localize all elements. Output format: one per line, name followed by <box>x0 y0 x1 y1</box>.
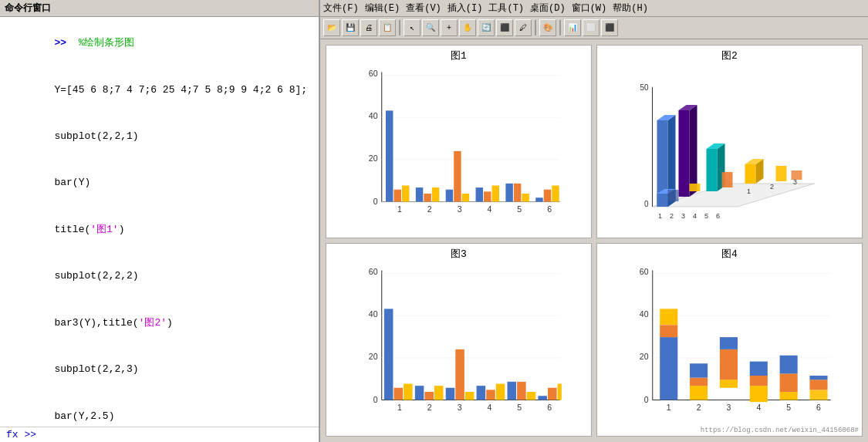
svg-rect-87 <box>496 384 505 400</box>
tb-zoom-in[interactable]: 🔍 <box>422 19 439 36</box>
tb-dock[interactable]: ⬛ <box>601 19 618 36</box>
menu-desktop[interactable]: 桌面(D) <box>530 2 566 15</box>
menu-window[interactable]: 窗口(W) <box>572 2 607 15</box>
tb-rotate[interactable]: 🔄 <box>478 19 495 36</box>
tb-print[interactable]: 🖨 <box>360 19 377 36</box>
svg-rect-109 <box>660 309 677 325</box>
menu-edit[interactable]: 编辑(E) <box>365 2 400 15</box>
plots-container: 图1 0 20 40 60 <box>320 39 868 442</box>
svg-text:3: 3 <box>458 204 462 214</box>
svg-text:60: 60 <box>369 69 378 78</box>
svg-text:0: 0 <box>373 395 378 404</box>
tb-pan[interactable]: ✋ <box>459 19 476 36</box>
svg-text:3: 3 <box>458 403 462 412</box>
svg-marker-55 <box>690 105 697 197</box>
svg-rect-23 <box>514 184 521 202</box>
svg-text:0: 0 <box>373 197 378 206</box>
tb-select[interactable]: ↖ <box>404 19 420 36</box>
svg-rect-116 <box>720 349 738 380</box>
svg-rect-13 <box>416 187 423 201</box>
svg-rect-91 <box>538 396 547 400</box>
svg-rect-125 <box>809 380 827 390</box>
tb-zoom-out[interactable]: + <box>441 19 458 36</box>
menu-view[interactable]: 查看(V) <box>406 2 441 15</box>
string-1: '图1' <box>90 224 118 235</box>
svg-text:40: 40 <box>369 111 378 120</box>
svg-rect-113 <box>690 378 708 386</box>
code-line-5: title('图1') <box>6 207 312 253</box>
svg-rect-110 <box>660 325 677 337</box>
svg-text:40: 40 <box>640 309 649 319</box>
svg-text:0: 0 <box>644 395 649 404</box>
svg-text:4: 4 <box>487 403 491 412</box>
svg-rect-85 <box>477 386 486 400</box>
tb-colormap[interactable]: 🎨 <box>539 19 556 36</box>
svg-text:50: 50 <box>640 83 649 92</box>
svg-text:1: 1 <box>747 187 751 195</box>
svg-text:2: 2 <box>770 183 774 191</box>
svg-rect-121 <box>780 392 798 400</box>
svg-rect-81 <box>434 386 444 400</box>
toolbar-sep-1 <box>399 20 400 35</box>
code-text-3: bar(Y) <box>54 177 90 188</box>
figure-menu-bar: 文件(F) 编辑(E) 查看(V) 插入(I) 工具(T) 桌面(D) 窗口(W… <box>320 0 868 17</box>
svg-rect-17 <box>454 151 461 202</box>
menu-insert[interactable]: 插入(I) <box>448 2 483 15</box>
menu-tools[interactable]: 工具(T) <box>488 2 524 15</box>
tb-open[interactable]: 📂 <box>323 19 340 36</box>
tb-brush[interactable]: 🖊 <box>515 19 532 36</box>
svg-text:6: 6 <box>716 212 720 220</box>
svg-text:4: 4 <box>693 212 697 220</box>
svg-text:5: 5 <box>786 403 791 412</box>
code-area: >> %绘制条形图 Y=[45 6 8;7 4 7;6 25 4;7 5 8;9… <box>0 17 319 427</box>
prompt-1: >> <box>54 37 78 49</box>
svg-rect-111 <box>660 337 677 400</box>
svg-rect-119 <box>750 376 768 386</box>
code-text-8: bar(Y,2.5) <box>54 410 114 422</box>
svg-text:2: 2 <box>427 403 432 412</box>
svg-rect-25 <box>535 197 542 201</box>
svg-text:40: 40 <box>369 309 378 319</box>
svg-text:1: 1 <box>397 403 402 412</box>
tb-tile[interactable]: ⬜ <box>583 19 599 36</box>
code-line-6: subplot(2,2,2) <box>6 253 312 299</box>
code-text-1: Y=[45 6 8;7 4 7;6 25 4;7 5 8;9 9 4;2 6 8… <box>54 84 307 96</box>
plot2-title: 图2 <box>721 49 738 62</box>
tb-copy[interactable]: 📋 <box>379 19 396 36</box>
menu-help[interactable]: 帮助(H) <box>613 2 648 15</box>
svg-rect-78 <box>404 384 413 400</box>
tb-save[interactable]: 💾 <box>342 19 359 36</box>
plot4-title: 图4 <box>721 247 738 261</box>
plot-cell-3: 图3 0 20 40 60 <box>326 243 592 437</box>
tb-datacursor[interactable]: ⬛ <box>496 19 513 36</box>
svg-rect-76 <box>384 309 393 400</box>
svg-rect-10 <box>386 110 393 201</box>
svg-text:0: 0 <box>644 200 649 208</box>
tb-new-fig[interactable]: 📊 <box>564 19 581 36</box>
svg-rect-19 <box>476 187 483 201</box>
svg-rect-12 <box>402 186 409 202</box>
toolbar-sep-2 <box>535 20 536 35</box>
menu-file[interactable]: 文件(F) <box>323 2 359 15</box>
svg-text:2: 2 <box>697 403 701 412</box>
code-line-2: Y=[45 6 8;7 4 7;6 25 4;7 5 8;9 9 4;2 6 8… <box>6 66 312 113</box>
svg-marker-63 <box>690 184 701 191</box>
svg-rect-20 <box>484 191 491 201</box>
code-line-4: bar(Y) <box>6 160 312 206</box>
figure-toolbar: 📂 💾 🖨 📋 ↖ 🔍 + ✋ 🔄 ⬛ 🖊 🎨 📊 ⬜ ⬛ <box>320 17 868 39</box>
svg-rect-112 <box>690 386 708 400</box>
svg-rect-117 <box>720 337 738 349</box>
plot2-svg: 50 0 1 2 3 4 5 6 1 2 3 <box>600 64 859 226</box>
code-line-1: >> %绘制条形图 <box>6 20 312 66</box>
code-text-2: subplot(2,2,1) <box>54 130 138 142</box>
svg-text:2: 2 <box>427 204 432 214</box>
svg-rect-18 <box>462 194 469 202</box>
plot-cell-4: 图4 0 20 40 60 <box>596 243 863 437</box>
code-line-7: bar3(Y),title('图2') <box>6 300 312 346</box>
svg-rect-15 <box>432 187 439 201</box>
right-panel: 文件(F) 编辑(E) 查看(V) 插入(I) 工具(T) 桌面(D) 窗口(W… <box>320 0 868 442</box>
svg-text:3: 3 <box>681 212 685 220</box>
svg-marker-66 <box>792 170 802 180</box>
code-line-3: subplot(2,2,1) <box>6 113 312 160</box>
svg-rect-82 <box>446 388 455 400</box>
